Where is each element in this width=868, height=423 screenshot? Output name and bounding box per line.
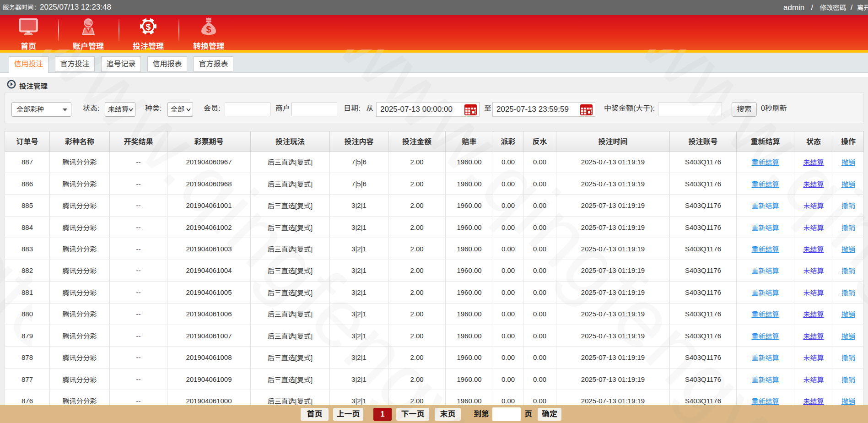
- svg-text:$: $: [146, 22, 151, 32]
- svg-text:$: $: [206, 24, 211, 34]
